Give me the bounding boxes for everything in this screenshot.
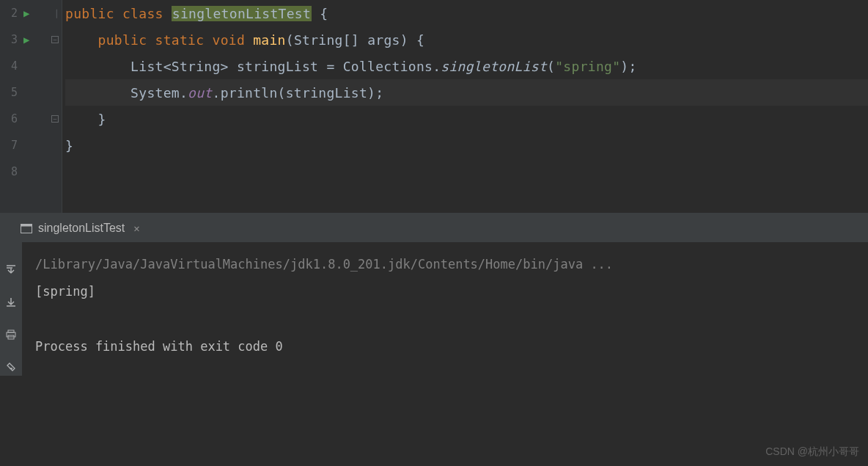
code-line[interactable]: } [65,132,868,159]
run-console: singletonListTest ✕ /Library/Java/JavaVi… [0,214,868,376]
code-line[interactable]: } [65,106,868,132]
console-icon [21,224,32,233]
class-name-highlight: singletonListTest [172,6,312,21]
code-content[interactable]: public class singletonListTest { public … [62,0,868,213]
fold-toggle-icon[interactable]: − [51,36,59,43]
line-number: 2 [4,7,18,20]
code-line[interactable] [65,159,868,185]
fold-toggle-icon[interactable]: − [51,115,59,123]
console-tab-label[interactable]: singletonListTest [38,222,125,235]
download-icon[interactable] [5,296,17,311]
line-number: 4 [4,59,18,73]
console-toolbar [0,242,22,376]
line-number: 5 [4,86,18,99]
code-line[interactable]: public static void main(String[] args) { [65,26,868,53]
console-tabs-bar: singletonListTest ✕ [0,214,868,242]
line-number: 8 [4,165,18,178]
gutter: 2 ▶ │ 3 ▶ − 4 5 6 − 7 8 [0,0,62,213]
run-icon[interactable]: ▶ [23,7,29,19]
run-icon[interactable]: ▶ [23,34,29,45]
fold-line: │ [54,10,59,18]
console-path-line: /Library/Java/JavaVirtualMachines/jdk1.8… [35,251,855,278]
line-number: 7 [4,139,18,152]
watermark: CSDN @杭州小哥哥 [765,445,859,459]
code-line[interactable]: List<String> stringList = Collections.si… [65,53,868,79]
console-blank-line [35,306,855,333]
clear-icon[interactable] [5,361,17,376]
console-output[interactable]: /Library/Java/JavaVirtualMachines/jdk1.8… [22,242,868,376]
line-number: 6 [4,112,18,125]
console-exit-line: Process finished with exit code 0 [35,333,855,360]
scroll-to-end-icon[interactable] [5,264,17,279]
close-icon[interactable]: ✕ [133,222,139,234]
code-line[interactable]: public class singletonListTest { [65,0,868,26]
console-result-line: [spring] [35,278,855,305]
svg-rect-1 [21,224,32,226]
code-line-current[interactable]: System.out.println(stringList); [65,79,868,106]
line-number: 3 [4,33,18,46]
code-editor[interactable]: 2 ▶ │ 3 ▶ − 4 5 6 − 7 8 public class sin… [0,0,868,213]
print-icon[interactable] [5,329,17,343]
